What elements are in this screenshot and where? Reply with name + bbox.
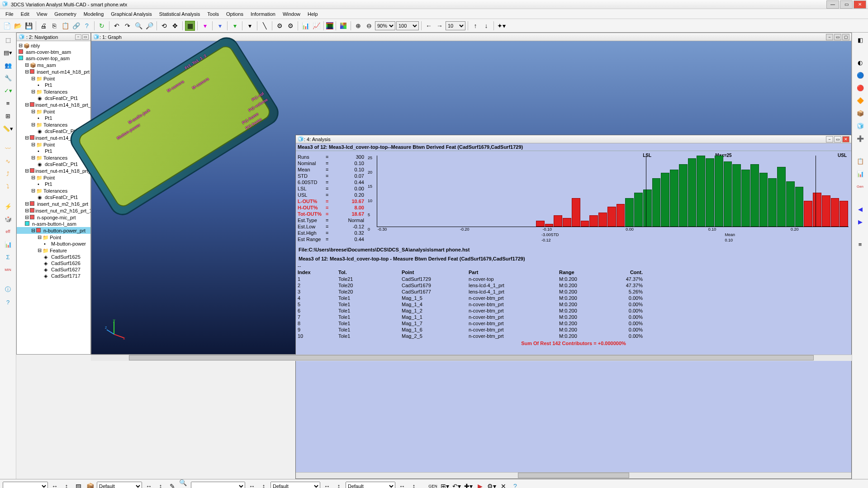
bt-left3-icon[interactable]: ↔ <box>247 481 257 488</box>
bt-left2-icon[interactable]: ↔ <box>144 481 154 488</box>
menu-tools[interactable]: Tools <box>204 10 223 18</box>
menu-statistical-analysis[interactable]: Statistical Analysis <box>156 10 204 18</box>
bt-up1-icon[interactable]: ↕ <box>62 481 71 488</box>
menu-modeling[interactable]: Modeling <box>80 10 108 18</box>
wrench-icon[interactable]: 🔧 <box>2 72 14 83</box>
r7-icon[interactable]: 🧊 <box>854 120 867 131</box>
ruler-icon[interactable]: 📏▾ <box>2 123 14 134</box>
graph-restore-button[interactable]: ▭ <box>834 34 841 40</box>
lightning-icon[interactable]: ⚡ <box>2 201 14 212</box>
bt-sel4[interactable]: Default <box>270 482 320 488</box>
bt-e-icon[interactable]: ⊞▾ <box>440 481 450 488</box>
analysis-scrollbar[interactable] <box>296 472 851 479</box>
histogram-chart[interactable]: LSL Max=25 USL 2520151050 -0.30-0.20-0.1… <box>368 154 850 244</box>
bt-up2-icon[interactable]: ↕ <box>156 481 166 488</box>
analysis-max-button[interactable]: ▭ <box>834 136 841 142</box>
tree-node[interactable]: ⊟ 📁 Tolerances <box>17 187 90 194</box>
rotate-icon[interactable]: ⟲ <box>159 21 169 31</box>
info-icon[interactable]: ⓘ <box>2 284 14 295</box>
part-icon[interactable]: 👥 <box>2 60 14 71</box>
dice-icon[interactable]: 🎲 <box>2 213 14 224</box>
tree-node[interactable]: ⊟ insert_nut-m14_h18_prt_1 <box>17 101 90 108</box>
r1-icon[interactable]: ◧ <box>854 34 867 45</box>
link-icon[interactable]: 🔗 <box>71 21 81 31</box>
min-icon[interactable]: MIN <box>2 264 14 275</box>
histo-icon[interactable]: 📊 <box>2 239 14 250</box>
tree-node[interactable]: ⊟ insert_nut-m14_h18_prt_3 <box>17 167 90 174</box>
analysis-min-button[interactable]: − <box>826 136 833 142</box>
curve3-icon[interactable]: ⤴ <box>2 168 14 179</box>
nav-max-button[interactable]: ▭ <box>82 34 89 40</box>
analysis-close-button[interactable]: ✕ <box>842 136 849 142</box>
tree-node[interactable]: ⊟ 📁 Feature <box>17 247 90 254</box>
bt-gen-icon[interactable]: GEN <box>428 481 438 488</box>
tree-node[interactable]: ◉ dcsFeatCr_Pt1 <box>17 95 90 101</box>
table-row[interactable]: 1Tole21CadSurf1729n-cover-topM:0.20047.3… <box>296 276 851 282</box>
tree-node[interactable]: ⊟ 📁 Tolerances <box>17 88 90 95</box>
bt-j-icon[interactable]: ✕ <box>498 481 508 488</box>
gen-icon[interactable]: Gen <box>854 181 867 192</box>
bt-sel5[interactable]: Default <box>346 482 395 488</box>
r3-icon[interactable]: 🔵 <box>854 70 867 81</box>
menu-file[interactable]: File <box>2 10 17 18</box>
tree-node[interactable]: ⊟ 📁 Point <box>17 174 90 181</box>
bt-i-icon[interactable]: ⚙▾ <box>487 481 497 488</box>
table-row[interactable]: 10Tole1Mag_2_5n-cover-btm_prtM:0.2000.00… <box>296 333 851 339</box>
undo-icon[interactable]: ↶ <box>112 21 122 31</box>
curve1-icon[interactable]: 〰 <box>2 143 14 154</box>
save-icon[interactable]: 💾 <box>24 21 33 31</box>
bt-left1-icon[interactable]: ↔ <box>50 481 60 488</box>
new-icon[interactable]: 📄 <box>2 21 12 31</box>
print-icon[interactable]: 🖨 <box>38 21 48 31</box>
gear2-icon[interactable]: ⚙ <box>285 21 295 31</box>
sigma-icon[interactable]: Σ <box>2 251 14 262</box>
zoom-plus-icon[interactable]: ⊕ <box>353 21 363 31</box>
arrow-right-icon[interactable]: → <box>435 21 445 31</box>
table-row[interactable]: 4Tole1Mag_1_5n-cover-btm_prtM:0.2000.00% <box>296 295 851 301</box>
tree-node[interactable]: ◉ dcsFeatCr_Pt1 <box>17 161 90 167</box>
bt-up5-icon[interactable]: ↕ <box>409 481 419 488</box>
table-row[interactable]: 7Tole1Mag_1_1n-cover-btm_prtM:0.2000.00% <box>296 314 851 320</box>
list-icon[interactable]: ≡ <box>2 98 14 109</box>
tree-node[interactable]: ◈ CadSurf1717 <box>17 273 90 279</box>
menu-information[interactable]: Information <box>247 10 279 18</box>
menu-view[interactable]: View <box>33 10 51 18</box>
graph-max-button[interactable]: ▢ <box>842 34 849 40</box>
bt-left5-icon[interactable]: ↔ <box>397 481 407 488</box>
open-icon[interactable]: 📂 <box>13 21 23 31</box>
arrow-up-icon[interactable]: ↑ <box>470 21 480 31</box>
bt-d-icon[interactable]: 🔍▾ <box>179 481 189 488</box>
assembly-icon[interactable]: ▤▾ <box>2 47 14 58</box>
analysis-header[interactable]: 🧊 : 4: Analysis − ▭ ✕ <box>296 135 851 143</box>
graph-header[interactable]: 🧊 : 1: Graph − ▭ ▢ <box>91 33 851 41</box>
axis-icon[interactable]: ✦▾ <box>496 21 506 31</box>
step-select[interactable]: 10 <box>446 21 465 30</box>
bt-a-icon[interactable]: ▨ <box>73 481 83 488</box>
menu-options[interactable]: Options <box>223 10 247 18</box>
select-icon[interactable]: ⬚ <box>2 34 14 45</box>
scale-select[interactable]: 100 <box>396 21 419 30</box>
nav-header[interactable]: 🧊 : 2: Navigation − ▭ <box>17 33 90 41</box>
zoom-out-icon[interactable]: 🔎 <box>144 21 154 31</box>
tree-node[interactable]: ◈ CadSurf1626 <box>17 260 90 266</box>
bt-left4-icon[interactable]: ↔ <box>322 481 332 488</box>
r10-icon[interactable]: 📊 <box>854 168 867 179</box>
refresh-icon[interactable]: ↻ <box>97 21 107 31</box>
r-left-icon[interactable]: ◀ <box>854 204 867 214</box>
menu-help[interactable]: Help <box>304 10 322 18</box>
table-row[interactable]: 9Tole1Mag_1_6n-cover-btm_prtM:0.2000.00% <box>296 327 851 333</box>
bt-g-icon[interactable]: ✚▾ <box>463 481 473 488</box>
bt-help-icon[interactable]: ? <box>510 481 520 488</box>
pan-icon[interactable]: ✥ <box>170 21 180 31</box>
help-icon[interactable]: ? <box>82 21 92 31</box>
curve4-icon[interactable]: ⤵ <box>2 181 14 192</box>
table-row[interactable]: 3Tole20CadSurf1677lens-lcd-4_1_prtM:0.20… <box>296 289 851 295</box>
graph-scrollbar[interactable] <box>91 355 852 361</box>
tree-node[interactable]: n-asm-button-l_asm <box>17 221 90 227</box>
gear1-icon[interactable]: ⚙ <box>275 21 285 31</box>
tree-node[interactable]: • Pt1 <box>17 181 90 187</box>
tree-node[interactable]: ⊟ 📁 Point <box>17 234 90 241</box>
bt-up3-icon[interactable]: ↕ <box>259 481 269 488</box>
r2-icon[interactable]: ◐ <box>854 57 867 68</box>
maximize-button[interactable]: ▭ <box>840 0 853 9</box>
